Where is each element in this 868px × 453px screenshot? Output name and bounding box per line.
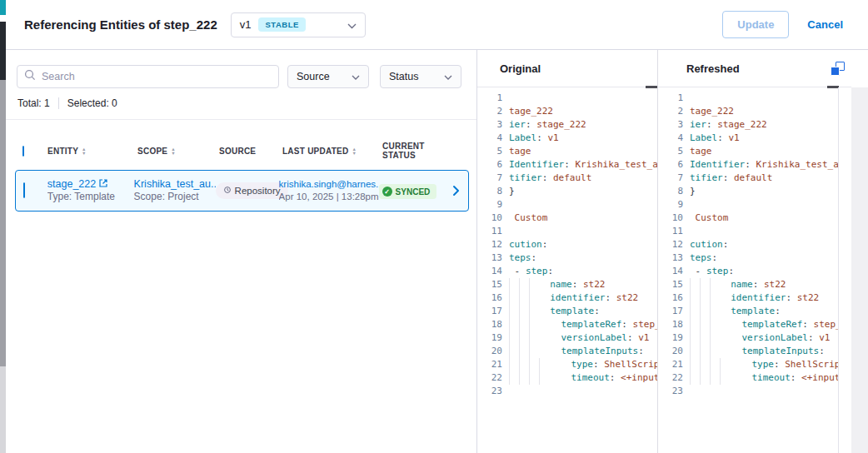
dialog-header: Referencing Entities of step_222 v1 STAB…: [6, 0, 868, 50]
line-number: 18: [658, 318, 683, 331]
update-button[interactable]: Update: [722, 11, 789, 38]
status-filter-label: Status: [389, 71, 418, 82]
column-entity[interactable]: ENTITY ▲▼: [47, 147, 137, 156]
chevron-down-icon: [347, 17, 357, 32]
indent-guide: [690, 345, 691, 358]
original-title: Original: [500, 62, 541, 75]
column-scope[interactable]: SCOPE ▲▼: [137, 147, 219, 156]
line-number: 3: [658, 118, 683, 132]
code-line: 4Label: v1: [477, 132, 657, 145]
scope-link[interactable]: Krishika_test_au...: [134, 178, 216, 191]
indent-guide: [519, 291, 520, 305]
line-number: 2: [658, 105, 683, 118]
table-row[interactable]: stage_222 Type: Template Krishika_test_a…: [15, 170, 469, 212]
dialog-body: Source Status Total: 1: [6, 50, 868, 453]
indent-guide: [509, 318, 510, 331]
cancel-button[interactable]: Cancel: [807, 18, 843, 31]
code-line: 3ier: stage_222: [658, 118, 838, 132]
indent-guide: [710, 358, 711, 371]
version-value: v1: [240, 18, 252, 31]
search-box: [17, 65, 279, 88]
line-number: 16: [658, 291, 683, 305]
indent-guide: [690, 318, 691, 331]
line-number: 23: [658, 385, 683, 398]
indent-guide: [690, 358, 691, 371]
indent-guide: [529, 278, 530, 291]
indent-guide: [700, 291, 701, 305]
code-line: 19 versionLabel: v1: [477, 331, 657, 345]
code-line: 20 templateInputs:: [658, 345, 838, 358]
check-icon: ✓: [382, 187, 392, 197]
indent-guide: [690, 331, 691, 345]
indent-guide: [690, 371, 691, 385]
refreshed-panel: Refreshed 12tage_2223ier: stage_2224Labe…: [658, 50, 851, 453]
code-line: 6Identifier: Krishika_test_aut: [477, 158, 657, 172]
entity-link[interactable]: stage_222: [47, 178, 134, 191]
column-source: SOURCE: [219, 147, 282, 156]
code-line: 12cution:: [477, 238, 657, 251]
line-number: 15: [658, 278, 683, 291]
selection-summary: Total: 1 Selected: 0: [17, 97, 476, 109]
code-line: 20 templateInputs:: [477, 345, 657, 358]
code-line: 16 identifier: st22: [658, 291, 838, 305]
version-select[interactable]: v1 STABLE: [231, 12, 366, 37]
code-line: 23: [658, 385, 838, 398]
vertical-scrollbar-track[interactable]: [851, 87, 868, 453]
line-number: 19: [658, 331, 683, 345]
code-line: 14 - step:: [477, 265, 657, 278]
code-line: 6Identifier: Krishika_test_aut: [658, 158, 838, 172]
sort-icon[interactable]: ▲▼: [352, 147, 357, 155]
entities-section: Source Status Total: 1: [6, 50, 477, 453]
code-line: 7tifier: default: [658, 172, 838, 185]
sort-icon[interactable]: ▲▼: [171, 147, 176, 155]
code-line: 9: [658, 198, 838, 212]
code-text: timeout: <+input>: [509, 371, 657, 385]
indent-guide: [700, 345, 701, 358]
divider: [6, 119, 476, 120]
code-line: 16 identifier: st22: [477, 291, 657, 305]
background-dark-bar: [0, 22, 6, 80]
select-all-checkbox[interactable]: [22, 146, 24, 157]
indent-guide: [700, 305, 701, 318]
source-filter-dropdown[interactable]: Source: [287, 65, 369, 88]
indent-guide: [690, 278, 691, 291]
line-number: 20: [477, 345, 502, 358]
code-line: 11: [658, 225, 838, 238]
line-number: 17: [658, 305, 683, 318]
code-text: identifier: st22: [509, 291, 657, 305]
code-text: Label: v1: [690, 132, 838, 145]
original-code[interactable]: 12tage_2223ier: stage_2224Label: v15tage…: [477, 87, 657, 453]
column-last-updated[interactable]: LAST UPDATED ▲▼: [282, 147, 382, 156]
code-line: 9: [477, 198, 657, 212]
updated-by-link[interactable]: krishika.singh@harnes...: [279, 178, 379, 191]
chevron-down-icon: [352, 71, 360, 82]
entity-type: Type: Template: [47, 191, 134, 203]
code-text: ier: stage_222: [690, 118, 838, 132]
indent-guide: [519, 305, 520, 318]
status-badge: ✓ SYNCED: [379, 184, 437, 199]
indent-guide: [710, 331, 711, 345]
code-line: 7tifier: default: [477, 172, 657, 185]
code-line: 14 - step:: [658, 265, 838, 278]
code-text: - step:: [509, 265, 657, 278]
line-number: 4: [477, 132, 502, 145]
row-checkbox[interactable]: [23, 182, 25, 198]
code-text: [690, 385, 838, 398]
indent-guide: [519, 318, 520, 331]
line-number: 9: [658, 198, 683, 212]
line-number: 9: [477, 198, 502, 212]
line-number: 22: [477, 371, 502, 385]
search-input[interactable]: [42, 71, 272, 82]
scope-detail: Scope: Project: [134, 191, 216, 203]
sort-icon[interactable]: ▲▼: [82, 147, 87, 155]
refreshed-code[interactable]: 12tage_2223ier: stage_2224Label: v15tage…: [658, 87, 839, 453]
indent-guide: [700, 318, 701, 331]
indent-guide: [529, 358, 530, 371]
chevron-right-icon[interactable]: [452, 185, 460, 197]
line-number: 19: [477, 331, 502, 345]
code-text: [509, 385, 657, 398]
line-number: 1: [658, 92, 683, 105]
copy-icon[interactable]: [831, 62, 845, 76]
status-filter-dropdown[interactable]: Status: [380, 65, 461, 88]
indent-guide: [710, 305, 711, 318]
